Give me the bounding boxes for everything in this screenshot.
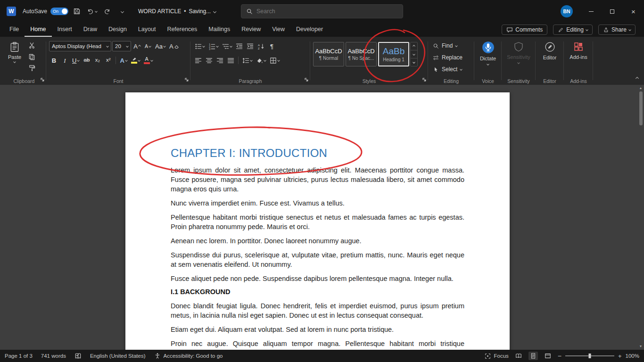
find-button[interactable]: Find: [431, 41, 471, 51]
italic-button[interactable]: I: [60, 55, 70, 66]
shrink-font-button[interactable]: A: [143, 41, 153, 51]
undo-button[interactable]: [85, 4, 99, 18]
document-subheading[interactable]: I.1 BACKGROUND: [171, 288, 464, 296]
select-button[interactable]: Select: [431, 64, 471, 74]
save-button[interactable]: [70, 4, 83, 18]
align-right-button[interactable]: [215, 55, 225, 66]
paragraph[interactable]: Etiam eget dui. Aliquam erat volutpat. S…: [171, 325, 464, 334]
underline-button[interactable]: U: [71, 55, 81, 66]
paragraph[interactable]: Donec blandit feugiat ligula. Donec hend…: [171, 301, 464, 320]
tab-home[interactable]: Home: [25, 23, 51, 37]
styles-dialog-launcher[interactable]: [422, 75, 426, 83]
autosave-toggle[interactable]: On: [50, 8, 68, 15]
increase-indent-button[interactable]: [245, 41, 255, 51]
zoom-slider-thumb[interactable]: [588, 354, 591, 358]
clipboard-dialog-launcher[interactable]: [41, 75, 44, 83]
redo-button[interactable]: [100, 4, 114, 18]
sort-button[interactable]: AZ: [256, 41, 266, 51]
font-size-combobox[interactable]: 20: [112, 41, 131, 51]
scroll-down-arrow[interactable]: ▼: [639, 345, 643, 348]
line-spacing-button[interactable]: [241, 55, 254, 66]
user-avatar[interactable]: BN: [561, 5, 573, 17]
focus-mode-button[interactable]: Focus: [485, 353, 508, 359]
align-left-button[interactable]: [193, 55, 203, 66]
sensitivity-button[interactable]: Sensitivity: [507, 41, 530, 64]
search-input[interactable]: [256, 8, 398, 15]
style-heading-1[interactable]: AaBb Heading 1: [378, 42, 409, 66]
show-paragraph-marks-button[interactable]: ¶: [267, 41, 277, 51]
paragraph[interactable]: Lorem ipsum dolor sit amet, consectetuer…: [171, 165, 464, 194]
justify-button[interactable]: [226, 55, 236, 66]
tab-insert[interactable]: Insert: [52, 23, 78, 37]
numbering-button[interactable]: 123: [207, 41, 220, 51]
multilevel-list-button[interactable]: [221, 41, 233, 51]
search-box[interactable]: [241, 4, 403, 18]
grow-font-button[interactable]: A: [132, 41, 142, 51]
tab-view[interactable]: View: [266, 23, 290, 37]
font-name-combobox[interactable]: Aptos Display (Head: [49, 41, 111, 51]
tab-file[interactable]: File: [4, 23, 25, 37]
font-color-button[interactable]: A: [142, 55, 154, 66]
paragraph[interactable]: Fusce aliquet pede non pede. Suspendisse…: [171, 274, 464, 283]
language-indicator[interactable]: English (United States): [90, 353, 146, 359]
editor-button[interactable]: Editor: [543, 41, 557, 60]
paragraph[interactable]: Nunc viverra imperdiet enim. Fusce est. …: [171, 198, 464, 208]
tab-developer[interactable]: Developer: [290, 23, 329, 37]
close-button[interactable]: ×: [623, 0, 644, 23]
text-effects-button[interactable]: A: [118, 55, 128, 66]
read-mode-button[interactable]: [514, 352, 523, 360]
subscript-button[interactable]: x₂: [92, 55, 102, 66]
quick-access-overflow-button[interactable]: [116, 4, 129, 18]
editing-mode-button[interactable]: Editing: [553, 25, 593, 35]
bullets-button[interactable]: [193, 41, 206, 51]
scroll-up-arrow[interactable]: ▲: [639, 86, 643, 90]
change-case-button[interactable]: Aa: [154, 41, 167, 51]
style-normal[interactable]: AaBbCcD ¶ Normal: [313, 42, 344, 66]
align-center-button[interactable]: [204, 55, 214, 66]
copy-button[interactable]: [26, 52, 37, 62]
highlight-color-button[interactable]: [130, 55, 141, 66]
tab-references[interactable]: References: [161, 23, 203, 37]
shading-button[interactable]: [255, 55, 267, 66]
replace-button[interactable]: Replace: [431, 52, 471, 63]
zoom-slider[interactable]: [565, 355, 614, 356]
minimize-button[interactable]: [580, 0, 602, 23]
style-no-spacing[interactable]: AaBbCcD ¶ No Spac...: [346, 42, 377, 66]
word-logo-icon[interactable]: W: [7, 7, 16, 16]
paragraph[interactable]: Suspendisse dui purus, scelerisque at, v…: [171, 250, 464, 269]
zoom-in-button[interactable]: +: [618, 353, 622, 360]
accessibility-status[interactable]: Accessibility: Good to go: [154, 353, 223, 359]
vertical-scrollbar[interactable]: ▲ ▼: [638, 86, 644, 348]
font-dialog-launcher[interactable]: [185, 75, 189, 83]
collapse-ribbon-button[interactable]: [636, 73, 638, 82]
zoom-level[interactable]: 100%: [626, 353, 639, 359]
tab-mailings[interactable]: Mailings: [203, 23, 236, 37]
styles-scroll-down-button[interactable]: [411, 50, 417, 58]
styles-more-button[interactable]: [411, 58, 417, 66]
styles-scroll-up-button[interactable]: [411, 42, 417, 50]
addins-button[interactable]: Add-ins: [570, 41, 587, 60]
maximize-button[interactable]: [602, 0, 623, 23]
paragraph[interactable]: Pellentesque habitant morbi tristique se…: [171, 213, 464, 231]
document-page[interactable]: CHAPTER I: INTRODUCTION Lorem ipsum dolo…: [125, 92, 510, 350]
document-heading[interactable]: CHAPTER I: INTRODUCTION: [171, 147, 464, 160]
paragraph[interactable]: Proin nec augue. Quisque aliquam tempor …: [171, 339, 464, 350]
scrollbar-thumb[interactable]: [639, 91, 643, 125]
bold-button[interactable]: B: [49, 55, 59, 66]
proofing-status[interactable]: [74, 353, 82, 360]
comments-button[interactable]: Comments: [502, 25, 547, 35]
clear-formatting-button[interactable]: A: [168, 41, 180, 51]
superscript-button[interactable]: x²: [103, 55, 113, 66]
zoom-out-button[interactable]: −: [558, 352, 561, 360]
print-layout-button[interactable]: [528, 352, 538, 360]
cut-button[interactable]: [26, 41, 37, 50]
tab-layout[interactable]: Layout: [132, 23, 162, 37]
borders-button[interactable]: [268, 55, 281, 66]
tab-design[interactable]: Design: [103, 23, 132, 37]
paragraph[interactable]: Aenean nec lorem. In porttitor. Donec la…: [171, 236, 464, 246]
format-painter-button[interactable]: [26, 63, 37, 73]
strikethrough-button[interactable]: ab: [82, 55, 91, 66]
document-title-area[interactable]: WORD ARTICLE • Saving...: [138, 8, 216, 15]
page-indicator[interactable]: Page 1 of 3: [5, 353, 33, 359]
word-count[interactable]: 741 words: [41, 353, 66, 359]
